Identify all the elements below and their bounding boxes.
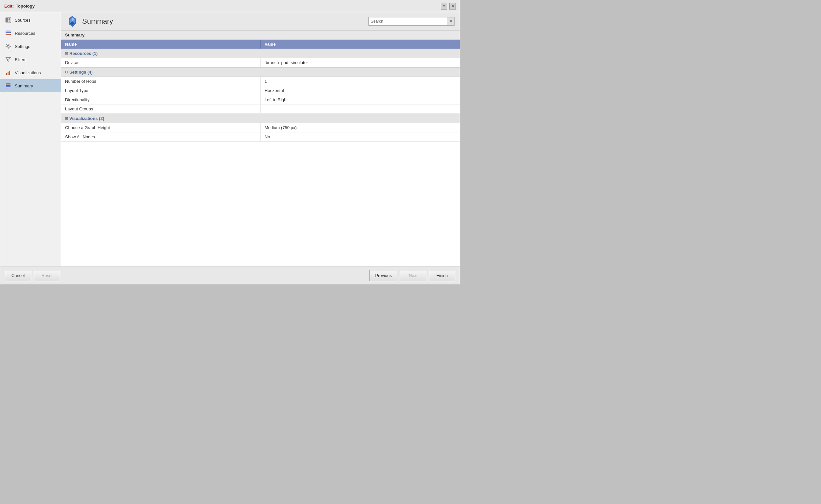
svg-rect-10 [8,72,9,75]
main-page-title: Summary [82,17,113,26]
title-name: Topology [16,4,35,9]
search-close-button[interactable]: ✕ [447,17,455,26]
title-bar: Edit: Topology ? ✕ [0,0,460,12]
row-value-show-all-nodes: No [261,132,460,141]
section-header-settings: ⊟ Settings (4) [61,67,460,77]
sidebar-item-resources[interactable]: Resources [0,27,61,40]
table-row: Show All Nodes No [61,132,460,142]
row-value-hops: 1 [261,77,460,86]
row-value-layout-type: Horizontal [261,86,460,95]
sidebar-label-filters: Filters [15,57,26,62]
sidebar-label-sources: Sources [15,18,31,23]
footer-right-buttons: Previous Next Finish [369,270,455,281]
main-window: Edit: Topology ? ✕ S [0,0,460,285]
row-name-hops: Number of Hops [61,77,261,86]
collapse-icon-resources[interactable]: ⊟ [65,51,68,56]
sidebar-item-sources[interactable]: Sources [0,13,61,27]
app-logo [66,15,78,27]
summary-icon [5,82,11,89]
svg-rect-5 [6,32,11,33]
svg-rect-15 [6,86,11,87]
footer: Cancel Reset Previous Next Finish [0,266,460,285]
svg-rect-7 [6,31,11,32]
svg-rect-3 [6,20,8,22]
content-area: Summary Name Value ⊟ Resources (1) Devic… [61,31,460,266]
svg-rect-2 [9,18,10,20]
section-header-visualizations: ⊟ Visualizations (2) [61,114,460,123]
table-row: Layout Type Horizontal [61,86,460,95]
row-name-directionality: Directionality [61,95,261,104]
sidebar-label-visualizations: Visualizations [15,70,41,75]
row-name-device: Device [61,58,261,67]
sidebar-label-settings: Settings [15,44,30,49]
svg-rect-16 [6,88,9,88]
row-name-graph-height: Choose a Graph Height [61,123,261,132]
resources-icon [5,30,11,36]
header-value-col: Value [261,40,460,49]
section-label-resources: Resources (1) [69,51,98,56]
svg-rect-6 [6,34,11,35]
section-header-resources: ⊟ Resources (1) [61,49,460,58]
sidebar-item-filters[interactable]: Filters [0,53,61,66]
sidebar: Sources Resources [0,12,61,266]
row-name-layout-type: Layout Type [61,86,261,95]
svg-point-8 [7,45,9,47]
title-bar-left: Edit: Topology [4,4,34,9]
table-row: Number of Hops 1 [61,77,460,86]
cancel-button[interactable]: Cancel [5,270,31,281]
sidebar-item-settings[interactable]: Settings [0,40,61,53]
search-container: ✕ [368,17,455,26]
row-name-show-all-nodes: Show All Nodes [61,132,261,141]
visualizations-icon [5,69,11,76]
reset-button[interactable]: Reset [34,270,60,281]
summary-section-label: Summary [61,31,460,40]
svg-rect-9 [6,73,7,75]
collapse-icon-settings[interactable]: ⊟ [65,70,68,74]
previous-button[interactable]: Previous [369,270,397,281]
main-header-left: Summary [66,15,113,27]
main-header: Summary ✕ [61,12,460,31]
row-value-layout-groups [261,104,460,113]
svg-rect-14 [6,85,11,86]
sources-icon [5,17,11,23]
help-button[interactable]: ? [441,3,447,10]
collapse-icon-visualizations[interactable]: ⊟ [65,116,68,121]
sidebar-label-resources: Resources [15,31,35,36]
settings-icon [5,43,11,50]
svg-rect-11 [9,71,10,75]
finish-button[interactable]: Finish [429,270,455,281]
sidebar-item-visualizations[interactable]: Visualizations [0,66,61,79]
filters-icon [5,56,11,63]
main-content: Sources Resources [0,12,460,266]
svg-rect-13 [6,83,11,84]
title-bar-right: ? ✕ [441,3,456,10]
svg-rect-4 [9,20,10,22]
sidebar-label-summary: Summary [15,83,33,88]
footer-left-buttons: Cancel Reset [5,270,60,281]
title-edit: Edit: [4,4,14,9]
search-input[interactable] [368,17,447,26]
section-label-visualizations: Visualizations (2) [69,116,104,121]
row-name-layout-groups: Layout Groups [61,104,261,113]
main-area: Summary ✕ Summary Name Value ⊟ [61,12,460,266]
table-row: Choose a Graph Height Medium (750 px) [61,123,460,132]
section-label-settings: Settings (4) [69,70,93,75]
next-button[interactable]: Next [400,270,426,281]
table-row: Layout Groups [61,104,460,114]
row-value-device: tbranch_pod_simulator [261,58,460,67]
row-value-directionality: Left to Right [261,95,460,104]
header-name-col: Name [61,40,261,49]
sidebar-item-summary[interactable]: Summary [0,79,61,92]
table-header: Name Value [61,40,460,49]
close-button[interactable]: ✕ [449,3,456,10]
svg-rect-1 [6,18,8,20]
row-value-graph-height: Medium (750 px) [261,123,460,132]
table-row: Directionality Left to Right [61,95,460,104]
table-row: Device tbranch_pod_simulator [61,58,460,67]
